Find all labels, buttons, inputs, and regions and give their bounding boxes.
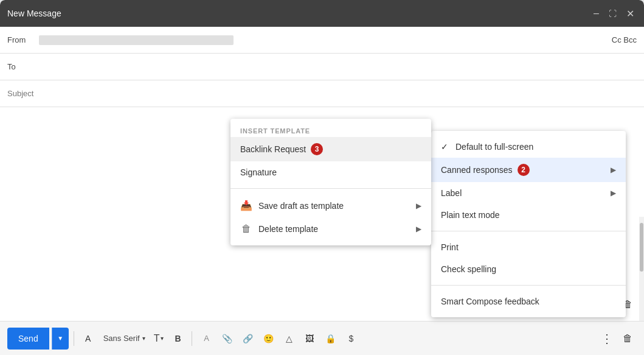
canned-item-backlink[interactable]: Backlink Request 3 [230,137,431,161]
font-size-button[interactable]: T ▾ [151,331,167,346]
compose-window: New Message – ⛶ ✕ From Cc Bcc To Send ▼ … [0,0,644,355]
font-dropdown-icon: ▾ [142,335,145,342]
menu-item-print[interactable]: Print [431,236,626,258]
menu-item-plain-text[interactable]: Plain text mode [431,204,626,226]
menu-item-label: Plain text mode [441,210,500,220]
menu-item-default-fullscreen[interactable]: ✓ Default to full-screen [431,136,626,158]
delete-draft-icon[interactable]: 🗑 [618,329,637,348]
canned-item-signature[interactable]: Signature [230,161,431,183]
save-draft-label: Save draft as template [258,201,344,211]
menu-item-smart-compose[interactable]: Smart Compose feedback [431,290,626,312]
save-draft-template-action[interactable]: 📥 Save draft as template ▶ [230,194,431,217]
send-dropdown-button[interactable]: ▼ [52,328,69,350]
menu-item-label: Default to full-screen [455,142,533,152]
drive-icon[interactable]: △ [280,329,298,348]
toolbar: Send ▼ A Sans Serif ▾ T ▾ B A 📎 🔗 🙂 △ 🖼 … [0,321,644,355]
canned-responses-arrow-icon: ▶ [611,166,616,174]
to-row: To [0,54,644,80]
cc-bcc-label[interactable]: Cc Bcc [612,35,637,44]
lock-icon[interactable]: 🔒 [321,329,339,348]
canned-section-label: INSERT TEMPLATE [230,124,431,137]
toolbar-right: ⋮ 🗑 [598,329,637,348]
save-draft-arrow-icon: ▶ [416,202,421,210]
emoji-icon[interactable]: 🙂 [259,329,277,348]
menu-item-label: Label [441,188,462,198]
menu-item-label: Smart Compose feedback [441,297,539,306]
send-dropdown-icon: ▼ [57,335,63,342]
more-options-button[interactable]: ⋮ [598,329,616,348]
header-actions: – ⛶ ✕ [591,7,637,21]
canned-responses-badge: 2 [518,164,530,176]
canned-item-label: Signature [240,167,277,177]
canned-item-label: Backlink Request [240,144,306,154]
menu-item-check-spelling[interactable]: Check spelling [431,258,626,280]
menu-item-label: Check spelling [441,264,496,274]
delete-template-action[interactable]: 🗑 Delete template ▶ [230,217,431,241]
menu-item-label[interactable]: Label ▶ [431,182,626,204]
font-size-icon: T [154,333,160,344]
menu-divider-1 [431,231,626,231]
canned-responses-menu: INSERT TEMPLATE Backlink Request 3 Signa… [230,119,431,245]
check-icon: ✓ [441,142,448,152]
save-draft-icon: 📥 [240,200,252,211]
close-icon[interactable]: ✕ [624,7,637,21]
from-value [39,35,234,45]
toolbar-separator-2 [192,331,192,346]
delete-template-arrow-icon: ▶ [416,225,421,233]
backlink-badge: 3 [311,143,323,155]
format-text-icon[interactable]: A [79,329,97,348]
menu-item-canned-responses[interactable]: Canned responses 2 ▶ [431,158,626,182]
to-label: To [7,62,39,71]
photo-icon[interactable]: 🖼 [300,329,319,348]
menu-divider-2 [431,285,626,286]
scrollbar[interactable] [639,217,644,321]
menu-item-label: Canned responses [441,165,513,175]
font-size-dropdown-icon: ▾ [161,335,164,342]
minimize-icon[interactable]: – [591,7,601,20]
delete-template-label: Delete template [258,224,318,234]
formatting-icon[interactable]: A [197,329,215,348]
toolbar-separator-1 [74,331,74,346]
compose-title: New Message [7,9,61,18]
font-name-label: Sans Serif [103,334,140,343]
scrollbar-thumb [640,223,643,272]
send-button[interactable]: Send [7,328,49,350]
subject-input[interactable] [7,89,637,98]
delete-template-icon: 🗑 [240,223,252,234]
popout-icon[interactable]: ⛶ [606,8,619,19]
subject-row [0,80,644,107]
menu-item-label: Print [441,242,459,252]
attachment-icon[interactable]: 📎 [218,329,236,348]
canned-divider [230,188,431,189]
link-icon[interactable]: 🔗 [238,329,257,348]
bold-icon[interactable]: B [168,329,187,348]
from-label: From [7,35,39,44]
options-menu: ✓ Default to full-screen Canned response… [431,131,626,317]
from-row: From Cc Bcc [0,27,644,54]
compose-header: New Message – ⛶ ✕ [0,0,644,27]
font-selector[interactable]: Sans Serif ▾ [100,331,149,345]
signature-icon[interactable]: $ [342,329,360,348]
label-arrow-icon: ▶ [611,189,616,197]
to-input[interactable] [39,62,637,71]
